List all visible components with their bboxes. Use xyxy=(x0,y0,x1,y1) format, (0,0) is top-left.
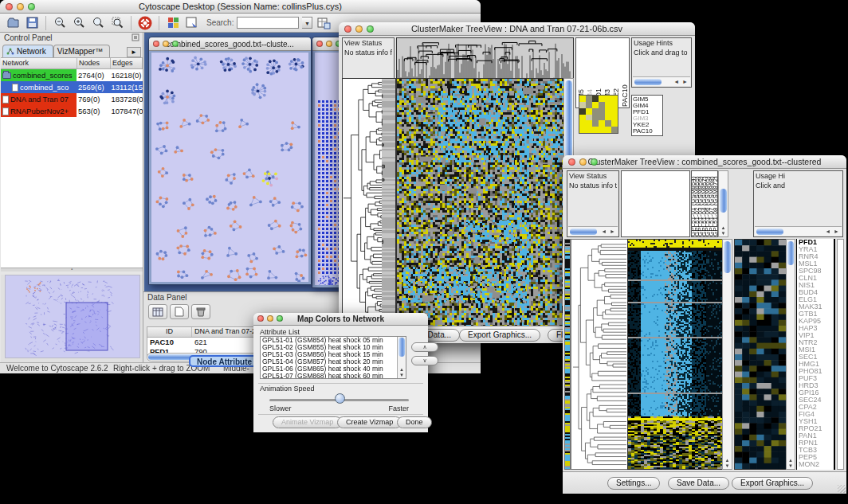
minimize-button[interactable] xyxy=(326,41,332,47)
save-data-button[interactable]: Save Data... xyxy=(668,477,729,490)
scroll-arrows[interactable]: ◄ ► xyxy=(601,229,618,234)
search-input[interactable] xyxy=(237,17,299,29)
gene-label[interactable]: MON2 xyxy=(797,461,834,468)
slider-thumb[interactable] xyxy=(335,393,345,404)
tab-network[interactable]: Network xyxy=(2,45,53,57)
network-overview-canvas[interactable] xyxy=(5,275,140,358)
minimize-button[interactable] xyxy=(267,315,273,322)
zoom-out-icon[interactable] xyxy=(52,15,68,31)
table-import-icon[interactable] xyxy=(316,15,332,31)
help-lifering-icon[interactable] xyxy=(137,15,153,31)
save-session-button[interactable] xyxy=(24,15,40,31)
create-vizmap-button[interactable]: Create Vizmap xyxy=(337,416,402,428)
animate-vizmap-button[interactable]: Animate Vizmap xyxy=(273,416,342,428)
heatmap-canvas[interactable] xyxy=(397,79,563,326)
matrix-cell xyxy=(605,96,611,102)
dialog-titlebar[interactable]: Map Colors to Network xyxy=(253,313,428,326)
zoom-in-icon[interactable] xyxy=(71,15,87,31)
network-canvas-front[interactable] xyxy=(151,53,308,282)
column-tree-area[interactable] xyxy=(621,170,690,237)
scroll-arrows[interactable]: ▲▼ xyxy=(723,458,732,469)
similarity-matrix[interactable] xyxy=(579,95,618,134)
float-panel-icon[interactable] xyxy=(132,33,139,43)
delete-attribute-icon[interactable] xyxy=(191,304,210,319)
close-button[interactable] xyxy=(153,41,159,47)
labels-vscrollbar[interactable]: ▲▼ xyxy=(718,170,728,237)
network-window-front: combined_scores_good.txt--cluste... xyxy=(148,37,312,285)
minimize-button[interactable] xyxy=(17,3,24,10)
global-view-strip[interactable] xyxy=(565,240,570,469)
status-hscrollbar[interactable]: ◄ ► xyxy=(568,226,618,236)
scrollbar-thumb[interactable] xyxy=(398,338,405,357)
network-row[interactable]: combined_scores2764(0)16218(0) xyxy=(1,69,143,81)
minimize-button[interactable] xyxy=(579,158,587,166)
scroll-arrows[interactable]: ◄ ► xyxy=(825,229,842,234)
zoom-fit-icon[interactable] xyxy=(109,15,125,31)
zoom-heatmap-canvas[interactable] xyxy=(735,240,786,469)
heatmap-canvas[interactable] xyxy=(628,240,722,469)
heatmap-vscrollbar[interactable]: ▲▼ xyxy=(722,239,732,470)
resize-grip[interactable] xyxy=(838,485,846,493)
settings-button[interactable]: Settings... xyxy=(607,477,660,490)
row-dendrogram-canvas[interactable] xyxy=(571,240,627,469)
annotation-icon[interactable] xyxy=(184,15,200,31)
network-name-cell[interactable]: combined_scores xyxy=(1,69,77,81)
network-row[interactable]: combined_sco2569(6)13112(15) xyxy=(1,81,143,93)
network-name-cell[interactable]: DNA and Tran 07 xyxy=(1,93,77,105)
move-up-button[interactable]: ∧ xyxy=(411,342,438,352)
scrollbar-thumb[interactable] xyxy=(720,189,727,213)
minimize-button[interactable] xyxy=(355,25,363,33)
column-label[interactable]: GPL51-08 (GSM872) xyxy=(714,171,718,236)
scroll-arrows[interactable]: ▲▼ xyxy=(787,458,795,469)
zoom-button[interactable] xyxy=(172,41,179,47)
animation-speed-label: Animation Speed xyxy=(260,385,315,393)
tab-vizmapper[interactable]: VizMapper™ xyxy=(53,45,111,57)
zoom-button[interactable] xyxy=(591,158,598,166)
zoom-selected-icon[interactable] xyxy=(90,15,106,31)
vizmapper-icon[interactable] xyxy=(165,15,181,31)
attribute-select-icon[interactable] xyxy=(148,304,167,319)
network-window-front-titlebar[interactable]: combined_scores_good.txt--cluste... xyxy=(149,37,311,51)
network-name-cell[interactable]: RNAPuberNov2+ xyxy=(1,105,77,117)
tab-overflow-arrow[interactable]: ► xyxy=(127,47,141,57)
treeview-dna-titlebar[interactable]: ClusterMaker TreeView : DNA and Tran 07-… xyxy=(339,22,695,36)
close-button[interactable] xyxy=(316,41,323,47)
scroll-arrows[interactable]: ▲▼ xyxy=(398,367,406,378)
scrollbar-thumb[interactable] xyxy=(724,241,731,273)
column-label[interactable]: PAC10 xyxy=(621,39,629,107)
treeview-combined-titlebar[interactable]: ClusterMaker TreeView : combined_scores_… xyxy=(563,155,846,169)
move-down-button[interactable]: ∨ xyxy=(411,356,438,365)
main-titlebar[interactable]: Cytoscape Desktop (Session Name: collins… xyxy=(0,0,481,14)
close-button[interactable] xyxy=(6,3,13,10)
attribute-list-vscrollbar[interactable]: ▲▼ xyxy=(397,337,406,378)
scrollbar-thumb[interactable] xyxy=(634,79,662,85)
search-dropdown-arrow[interactable]: ▼ xyxy=(302,17,312,29)
close-button[interactable] xyxy=(257,315,264,322)
attribute-item[interactable]: GPL51-07 (GSM868) heat shock 60 min xyxy=(261,373,406,379)
close-button[interactable] xyxy=(568,158,575,166)
open-session-button[interactable] xyxy=(5,15,21,31)
row-dendrogram-canvas[interactable] xyxy=(343,79,395,326)
scrollbar-thumb[interactable] xyxy=(570,229,597,235)
hints-hscrollbar[interactable]: ◄ ► xyxy=(755,226,842,236)
scrollbar-thumb[interactable] xyxy=(756,229,783,235)
network-row[interactable]: DNA and Tran 07769(0)183728(0) xyxy=(1,93,143,105)
scrollbar-thumb[interactable] xyxy=(787,241,794,265)
network-row[interactable]: RNAPuberNov2+563(0)107847(0) xyxy=(1,105,143,117)
new-attribute-icon[interactable] xyxy=(170,304,189,319)
panel-splitter[interactable]: ▪ xyxy=(1,268,143,272)
zoom-button[interactable] xyxy=(28,3,35,10)
matrix-row-label[interactable]: PAC10 xyxy=(632,128,662,135)
scroll-arrows[interactable]: ▲▼ xyxy=(719,225,728,236)
done-button[interactable]: Done xyxy=(397,416,432,428)
hints-hscrollbar[interactable]: ◄ ► xyxy=(633,76,690,86)
network-name-cell[interactable]: combined_sco xyxy=(1,81,77,93)
zoom-button[interactable] xyxy=(367,25,374,33)
export-graphics-button[interactable]: Export Graphics... xyxy=(732,477,813,490)
scroll-arrows[interactable]: ◄ ► xyxy=(673,79,690,84)
close-button[interactable] xyxy=(344,25,351,33)
minimize-button[interactable] xyxy=(163,41,169,47)
export-graphics-button[interactable]: Export Graphics... xyxy=(459,329,540,342)
zoom-button[interactable] xyxy=(277,315,283,322)
genes-vscrollbar[interactable]: ▲▼ xyxy=(786,239,795,470)
